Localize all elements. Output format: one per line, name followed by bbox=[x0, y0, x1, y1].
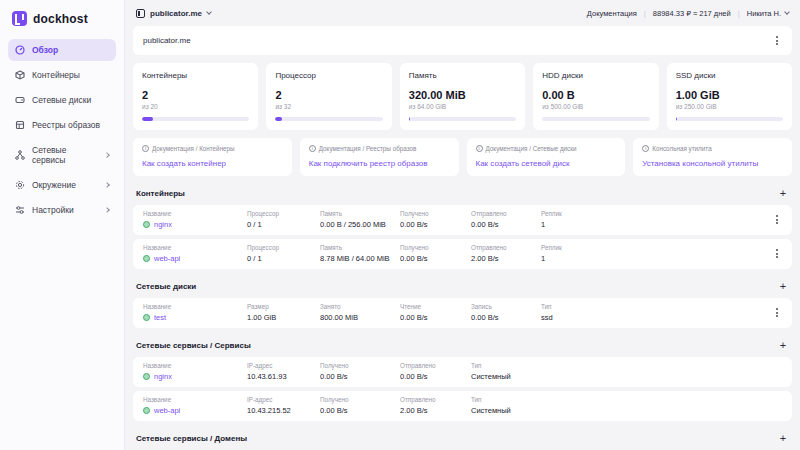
dockhost-logo-icon bbox=[12, 11, 27, 26]
container-link[interactable]: web-api bbox=[143, 254, 247, 263]
stats-row: Контейнеры 2 из 20 Процессор 2 из 32 Пам… bbox=[133, 63, 792, 130]
chevron-down-icon bbox=[784, 9, 790, 15]
kebab-menu-icon[interactable] bbox=[772, 306, 782, 319]
sidebar-item-network-services[interactable]: Сетевые сервисы bbox=[8, 139, 116, 171]
doc-link[interactable]: Как создать сетевой диск bbox=[476, 159, 617, 168]
sidebar-item-label: Контейнеры bbox=[32, 70, 80, 80]
settings-icon bbox=[15, 205, 25, 215]
sidebar: dockhost Обзор Контейнеры Сетевые диски … bbox=[0, 0, 125, 450]
chevron-down-icon bbox=[206, 9, 212, 15]
section-network-disks: Сетевые диски + Название test Размер1.00… bbox=[133, 280, 792, 328]
stat-value: 1.00 GiB bbox=[676, 89, 783, 101]
status-running-icon bbox=[143, 255, 150, 262]
stat-value: 0.00 B bbox=[542, 89, 649, 101]
chevron-right-icon bbox=[104, 182, 110, 188]
info-icon: i bbox=[142, 145, 149, 152]
disks-icon bbox=[15, 95, 25, 105]
stat-title: Память bbox=[409, 71, 516, 80]
sidebar-item-network-disks[interactable]: Сетевые диски bbox=[8, 89, 116, 111]
add-service-button[interactable]: + bbox=[777, 339, 789, 351]
add-container-button[interactable]: + bbox=[777, 187, 789, 199]
services-icon bbox=[15, 150, 25, 160]
status-running-icon bbox=[143, 314, 150, 321]
doc-link[interactable]: Установка консольной утилиты bbox=[642, 159, 783, 168]
chevron-right-icon bbox=[104, 207, 110, 213]
stat-value: 320.00 MiB bbox=[409, 89, 516, 101]
progress-bar bbox=[542, 117, 649, 121]
sidebar-item-image-registries[interactable]: Реестры образов bbox=[8, 114, 116, 136]
sidebar-item-overview[interactable]: Обзор bbox=[8, 39, 116, 61]
project-bar: publicator.me bbox=[133, 26, 792, 55]
brand-name: dockhost bbox=[33, 12, 88, 26]
stat-value: 2 bbox=[275, 89, 382, 101]
kebab-menu-icon[interactable] bbox=[772, 34, 782, 47]
sidebar-item-containers[interactable]: Контейнеры bbox=[8, 64, 116, 86]
project-title: publicator.me bbox=[143, 36, 191, 45]
doc-category: Документация / Контейнеры bbox=[152, 145, 235, 152]
status-running-icon bbox=[143, 221, 150, 228]
divider: | bbox=[644, 9, 646, 18]
doc-card-registries: iДокументация / Реестры образов Как подк… bbox=[300, 138, 459, 176]
add-domain-button[interactable]: + bbox=[777, 432, 789, 444]
section-domains: Сетевые сервисы / Домены + Название api … bbox=[133, 432, 792, 450]
progress-bar bbox=[275, 117, 382, 121]
registries-icon bbox=[15, 120, 25, 130]
project-selector[interactable]: publicator.me bbox=[136, 9, 211, 18]
section-title: Сетевые диски bbox=[136, 282, 196, 291]
doc-card-cli: iКонсольная утилита Установка консольной… bbox=[633, 138, 792, 176]
stat-title: Контейнеры bbox=[142, 71, 249, 80]
stat-title: Процессор bbox=[275, 71, 382, 80]
table-row[interactable]: Название web-api Процессор0 / 1 Память8.… bbox=[133, 239, 792, 269]
kebab-menu-icon[interactable] bbox=[772, 247, 782, 260]
table-row[interactable]: Название nginx Процессор0 / 1 Память0.00… bbox=[133, 205, 792, 235]
add-disk-button[interactable]: + bbox=[777, 280, 789, 292]
status-running-icon bbox=[143, 407, 150, 414]
service-link[interactable]: web-api bbox=[143, 406, 247, 415]
info-icon: i bbox=[476, 145, 483, 152]
divider: | bbox=[738, 9, 740, 18]
table-row[interactable]: Название nginx IP-адрес10.43.61.93 Получ… bbox=[133, 357, 792, 387]
sidebar-item-label: Реестры образов bbox=[32, 120, 100, 130]
topbar: publicator.me Документация | 88984.33 ₽ … bbox=[133, 0, 792, 26]
info-icon: i bbox=[309, 145, 316, 152]
stat-value: 2 bbox=[142, 89, 249, 101]
sidebar-item-label: Сетевые диски bbox=[32, 95, 91, 105]
section-network-services: Сетевые сервисы / Сервисы + Название ngi… bbox=[133, 339, 792, 421]
sidebar-item-label: Обзор bbox=[32, 45, 58, 55]
environment-icon bbox=[15, 180, 25, 190]
table-row[interactable]: Название web-api IP-адрес10.43.215.52 По… bbox=[133, 391, 792, 421]
stat-card-memory: Память 320.00 MiB из 64.00 GiB bbox=[400, 63, 525, 130]
main-content: publicator.me Документация | 88984.33 ₽ … bbox=[125, 0, 800, 450]
progress-bar bbox=[409, 117, 516, 121]
brand: dockhost bbox=[8, 9, 116, 39]
doc-link[interactable]: Как подключить реестр образов bbox=[309, 159, 450, 168]
containers-icon bbox=[15, 70, 25, 80]
stat-quota: из 32 bbox=[275, 103, 382, 110]
sidebar-item-settings[interactable]: Настройки bbox=[8, 199, 116, 221]
project-icon bbox=[136, 9, 145, 18]
sidebar-item-label: Сетевые сервисы bbox=[32, 145, 91, 165]
stat-card-cpu: Процессор 2 из 32 bbox=[266, 63, 391, 130]
stat-card-hdd: HDD диски 0.00 B из 500.00 GiB bbox=[533, 63, 658, 130]
stat-title: HDD диски bbox=[542, 71, 649, 80]
disk-link[interactable]: test bbox=[143, 313, 247, 322]
sidebar-item-label: Настройки bbox=[32, 205, 74, 215]
docs-link[interactable]: Документация bbox=[587, 9, 637, 18]
stat-quota: из 500.00 GiB bbox=[542, 103, 649, 110]
overview-icon bbox=[15, 45, 25, 55]
container-link[interactable]: nginx bbox=[143, 220, 247, 229]
service-link[interactable]: nginx bbox=[143, 372, 247, 381]
stat-card-containers: Контейнеры 2 из 20 bbox=[133, 63, 258, 130]
project-selector-label: publicator.me bbox=[150, 9, 202, 18]
section-title: Сетевые сервисы / Сервисы bbox=[136, 341, 251, 350]
doc-card-containers: iДокументация / Контейнеры Как создать к… bbox=[133, 138, 292, 176]
user-menu[interactable]: Никита Н. bbox=[747, 9, 789, 18]
stat-quota: из 20 bbox=[142, 103, 249, 110]
section-title: Сетевые сервисы / Домены bbox=[136, 434, 247, 443]
doc-link[interactable]: Как создать контейнер bbox=[142, 159, 283, 168]
kebab-menu-icon[interactable] bbox=[772, 213, 782, 226]
doc-category: Документация / Реестры образов bbox=[319, 145, 417, 152]
sidebar-item-environment[interactable]: Окружение bbox=[8, 174, 116, 196]
stat-title: SSD диски bbox=[676, 71, 783, 80]
table-row[interactable]: Название test Размер1.00 GiB Занято800.0… bbox=[133, 298, 792, 328]
